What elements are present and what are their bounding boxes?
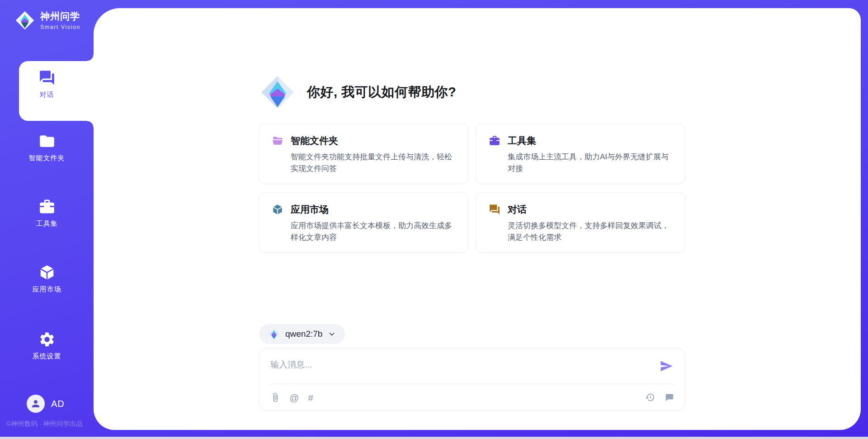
avatar: [27, 395, 45, 413]
card-title: 对话: [508, 203, 527, 216]
card-description: 智能文件夹功能支持批量文件上传与清洗，轻松实现文件问答: [291, 151, 456, 174]
card-description: 集成市场上主流工具，助力AI与外界无缝扩展与对接: [508, 151, 673, 174]
paperclip-icon[interactable]: [270, 392, 280, 402]
sidebar: 神州问学 Smart Vision 对话 智能文件夹: [0, 0, 94, 439]
brand-subtitle: Smart Vision: [40, 24, 80, 30]
folder-icon: [38, 133, 56, 150]
feature-cards: 智能文件夹 智能文件夹功能支持批量文件上传与清洗，轻松实现文件问答 工具集 集成…: [259, 124, 685, 253]
card-description: 应用市场提供丰富长文本模板，助力高效生成多样化文章内容: [291, 220, 456, 243]
folder-icon: [272, 135, 283, 147]
toolbox-icon: [489, 135, 500, 147]
message-input[interactable]: [270, 356, 641, 374]
sidebar-item-toolbox[interactable]: 工具集: [0, 198, 94, 228]
user-account[interactable]: AD: [27, 395, 65, 413]
brand-name: 神州问学: [40, 10, 80, 23]
tab-fillet-top: [87, 55, 94, 61]
chat-icon: [38, 69, 56, 86]
card-title: 应用市场: [291, 203, 329, 216]
sidebar-item-label: 智能文件夹: [29, 154, 65, 162]
greeting-text: 你好, 我可以如何帮助你?: [307, 83, 456, 101]
sidebar-item-settings[interactable]: 系统设置: [0, 331, 94, 361]
tab-fillet-bottom: [87, 121, 94, 127]
chevron-down-icon: [328, 330, 336, 338]
card-chat[interactable]: 对话 灵活切换多模型文件，支持多样回复效果调试，满足个性化需求: [476, 192, 685, 253]
card-toolset[interactable]: 工具集 集成市场上主流工具，助力AI与外界无缝扩展与对接: [476, 124, 685, 184]
main-content: 你好, 我可以如何帮助你? 智能文件夹 智能文件夹功能支持批量文件上传与清洗，轻…: [94, 8, 861, 430]
sidebar-item-label: 应用市场: [33, 285, 61, 294]
copyright-footer: ©神州数码 · 神州问学出品: [6, 420, 83, 428]
composer-toolbar: @ #: [270, 384, 674, 410]
gear-icon: [38, 331, 56, 348]
sidebar-item-label: 对话: [40, 91, 54, 99]
user-initials: AD: [51, 399, 65, 409]
model-logo-icon: [268, 328, 280, 340]
model-name: qwen2:7b: [285, 329, 322, 339]
model-selector[interactable]: qwen2:7b: [259, 324, 345, 344]
message-composer: @ #: [259, 348, 685, 410]
app-window: 神州问学 Smart Vision 对话 智能文件夹: [0, 0, 868, 439]
at-icon[interactable]: @: [289, 393, 299, 402]
cube-icon: [38, 264, 56, 281]
card-description: 灵活切换多模型文件，支持多样回复效果调试，满足个性化需求: [508, 220, 673, 243]
chat-bubble-icon[interactable]: [664, 392, 674, 402]
toolbox-icon: [38, 198, 56, 215]
assistant-logo-icon: [260, 75, 295, 110]
brand: 神州问学 Smart Vision: [15, 10, 80, 30]
diamond-logo-icon: [15, 10, 35, 30]
bottom-edge-strip: [0, 437, 868, 439]
card-smart-folder[interactable]: 智能文件夹 智能文件夹功能支持批量文件上传与清洗，轻松实现文件问答: [259, 124, 468, 184]
card-title: 智能文件夹: [291, 134, 338, 147]
history-icon[interactable]: [645, 392, 655, 402]
hash-icon[interactable]: #: [308, 393, 313, 402]
card-app-market[interactable]: 应用市场 应用市场提供丰富长文本模板，助力高效生成多样化文章内容: [259, 192, 468, 253]
sidebar-item-app-market[interactable]: 应用市场: [0, 264, 94, 294]
person-icon: [30, 398, 41, 409]
cube-icon: [272, 204, 283, 215]
chat-icon: [489, 204, 500, 215]
card-title: 工具集: [508, 134, 536, 147]
sidebar-item-label: 工具集: [36, 220, 58, 228]
sidebar-item-label: 系统设置: [33, 352, 61, 361]
sidebar-item-chat[interactable]: 对话: [0, 69, 94, 99]
greeting-block: 你好, 我可以如何帮助你?: [260, 75, 456, 110]
send-icon[interactable]: [660, 359, 673, 373]
sidebar-item-folders[interactable]: 智能文件夹: [0, 133, 94, 162]
